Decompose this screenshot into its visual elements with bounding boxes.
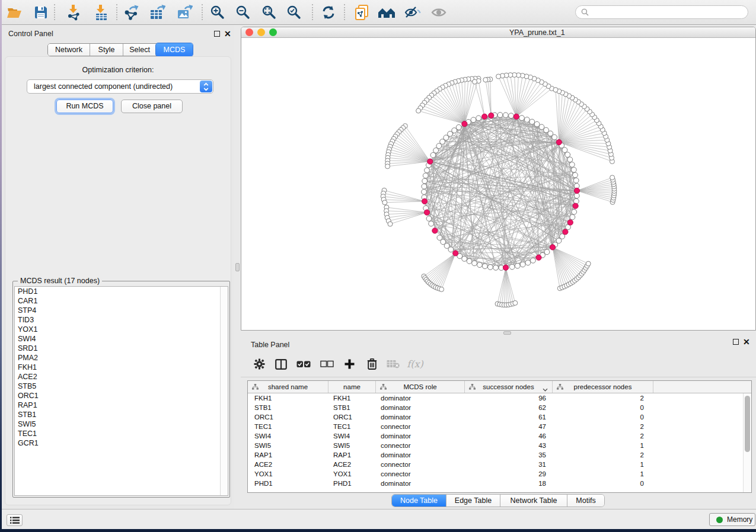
node[interactable]: [553, 88, 558, 92]
import-network-icon[interactable]: [63, 2, 84, 23]
dominator-node[interactable]: [536, 255, 541, 260]
dominator-node[interactable]: [462, 121, 467, 127]
node[interactable]: [416, 108, 421, 113]
network-canvas[interactable]: [241, 39, 756, 331]
list-item[interactable]: SWI4: [15, 334, 228, 344]
table-row[interactable]: SWI4SWI4dominator462: [248, 431, 751, 441]
export-network-icon[interactable]: [121, 2, 142, 23]
node[interactable]: [509, 113, 514, 118]
export-image-icon[interactable]: [174, 2, 195, 23]
node[interactable]: [586, 261, 591, 266]
list-item[interactable]: TEC1: [15, 429, 228, 438]
list-item[interactable]: STP4: [15, 306, 228, 315]
node[interactable]: [422, 184, 427, 189]
node[interactable]: [426, 216, 432, 222]
table-row[interactable]: PHD1PHD1dominator180: [248, 479, 751, 488]
node[interactable]: [472, 261, 477, 266]
zoom-selected-icon[interactable]: [283, 2, 305, 23]
node[interactable]: [570, 214, 575, 220]
table-row[interactable]: STB1STB1dominator620: [248, 403, 751, 412]
refresh-icon[interactable]: [318, 2, 339, 23]
node[interactable]: [422, 178, 428, 184]
node[interactable]: [496, 74, 501, 79]
node[interactable]: [448, 247, 454, 252]
first-neighbors-icon[interactable]: [376, 2, 397, 23]
list-item[interactable]: PMA2: [15, 353, 228, 363]
function-builder-icon[interactable]: f(x): [404, 351, 426, 377]
list-item[interactable]: ACE2: [15, 372, 228, 382]
dominator-node[interactable]: [453, 251, 458, 256]
optimization-criterion-select[interactable]: largest connected component (undirected): [27, 79, 213, 94]
table-row[interactable]: RAP1RAP1dominator352: [248, 450, 751, 460]
tab-node-table[interactable]: Node Table: [392, 495, 446, 507]
node[interactable]: [388, 222, 393, 226]
tab-style[interactable]: Style: [90, 44, 123, 56]
node[interactable]: [483, 78, 488, 82]
dominator-node[interactable]: [563, 229, 568, 235]
node[interactable]: [503, 113, 508, 118]
list-item[interactable]: CAR1: [15, 296, 228, 306]
list-item[interactable]: SWI5: [15, 419, 228, 429]
node[interactable]: [452, 128, 457, 133]
column-header[interactable]: name: [328, 381, 376, 393]
node[interactable]: [429, 221, 434, 226]
dominator-node[interactable]: [574, 188, 579, 193]
column-header[interactable]: shared name: [248, 381, 328, 393]
node[interactable]: [572, 209, 577, 214]
save-session-icon[interactable]: [30, 2, 52, 23]
settings-icon[interactable]: [248, 351, 270, 377]
node[interactable]: [534, 121, 540, 127]
run-mcds-button[interactable]: Run MCDS: [56, 100, 113, 113]
split-columns-icon[interactable]: [270, 351, 292, 377]
tab-mcds[interactable]: MCDS: [156, 43, 193, 56]
node[interactable]: [482, 264, 487, 269]
tab-motifs[interactable]: Motifs: [567, 495, 604, 507]
hide-selected-icon[interactable]: [402, 2, 423, 23]
column-header[interactable]: predecessor nodes: [553, 381, 653, 393]
node[interactable]: [515, 263, 520, 268]
tab-edge-table[interactable]: Edge Table: [446, 495, 500, 507]
delete-table-icon[interactable]: [382, 351, 404, 377]
column-header[interactable]: successor nodes: [465, 381, 553, 393]
node[interactable]: [488, 265, 493, 270]
node[interactable]: [425, 168, 430, 173]
scrollbar-thumb[interactable]: [745, 396, 750, 452]
dominator-node[interactable]: [550, 245, 555, 250]
node[interactable]: [448, 132, 453, 137]
node[interactable]: [529, 119, 535, 124]
table-row[interactable]: FKH1FKH1dominator962: [248, 393, 751, 403]
node[interactable]: [441, 239, 446, 245]
node[interactable]: [544, 127, 549, 133]
node[interactable]: [565, 152, 570, 158]
table-row[interactable]: YOX1YOX1connector291: [248, 469, 751, 479]
node[interactable]: [433, 148, 439, 153]
node[interactable]: [471, 117, 476, 123]
node[interactable]: [436, 143, 442, 149]
dominator-node[interactable]: [432, 228, 438, 233]
node[interactable]: [571, 167, 576, 172]
node[interactable]: [462, 256, 467, 261]
node[interactable]: [440, 139, 445, 145]
list-item[interactable]: GCR1: [15, 438, 228, 448]
mcds-result-list[interactable]: PHD1CAR1STP4TID3YOX1SWI4SRD1PMA2FKH1ACE2…: [14, 286, 228, 496]
list-item[interactable]: STB5: [15, 382, 228, 391]
node[interactable]: [430, 152, 436, 158]
dominator-node[interactable]: [422, 198, 428, 204]
minimize-window-icon[interactable]: [257, 28, 265, 36]
table-row[interactable]: ORC1ORC1dominator610: [248, 412, 751, 422]
list-item[interactable]: FKH1: [15, 363, 228, 372]
node[interactable]: [610, 175, 615, 180]
list-item[interactable]: STB1: [15, 410, 228, 419]
list-item[interactable]: ORC1: [15, 391, 228, 400]
horizontal-splitter[interactable]: [241, 331, 756, 335]
list-item[interactable]: RAP1: [15, 400, 228, 410]
float-window-icon[interactable]: [733, 339, 739, 345]
maximize-window-icon[interactable]: [269, 28, 277, 36]
list-scrollbar[interactable]: [220, 287, 228, 495]
node[interactable]: [467, 258, 472, 264]
tab-network[interactable]: Network: [48, 44, 90, 56]
close-panel-button[interactable]: Close panel: [121, 100, 183, 113]
node[interactable]: [556, 238, 562, 243]
dominator-node[interactable]: [513, 114, 519, 119]
node[interactable]: [573, 172, 578, 178]
